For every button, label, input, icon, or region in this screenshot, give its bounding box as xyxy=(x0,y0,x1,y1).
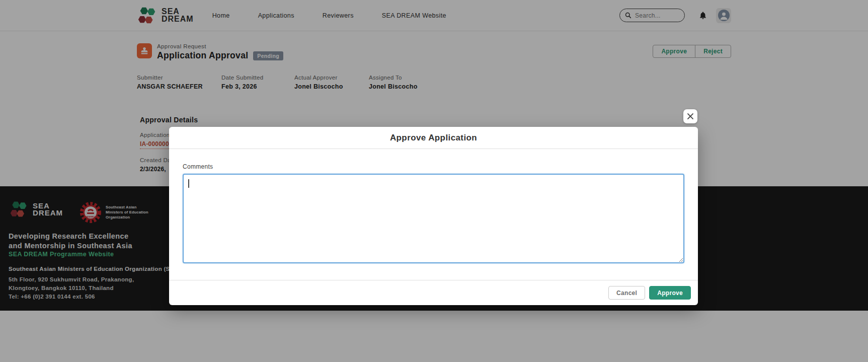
comments-label: Comments xyxy=(183,163,684,170)
close-icon xyxy=(687,113,694,120)
modal-header: Approve Application xyxy=(169,127,698,149)
comments-textarea[interactable] xyxy=(183,174,684,263)
modal-body: Comments xyxy=(169,149,698,266)
approve-button[interactable]: Approve xyxy=(649,286,691,300)
app-viewport: SEA DREAM Home Applications Reviewers SE… xyxy=(0,0,868,362)
approve-application-modal: Approve Application Comments Cancel Appr… xyxy=(169,127,698,305)
modal-close-button[interactable] xyxy=(683,109,697,123)
modal-title: Approve Application xyxy=(390,133,477,143)
cancel-button[interactable]: Cancel xyxy=(608,286,645,300)
modal-footer: Cancel Approve xyxy=(169,280,698,305)
